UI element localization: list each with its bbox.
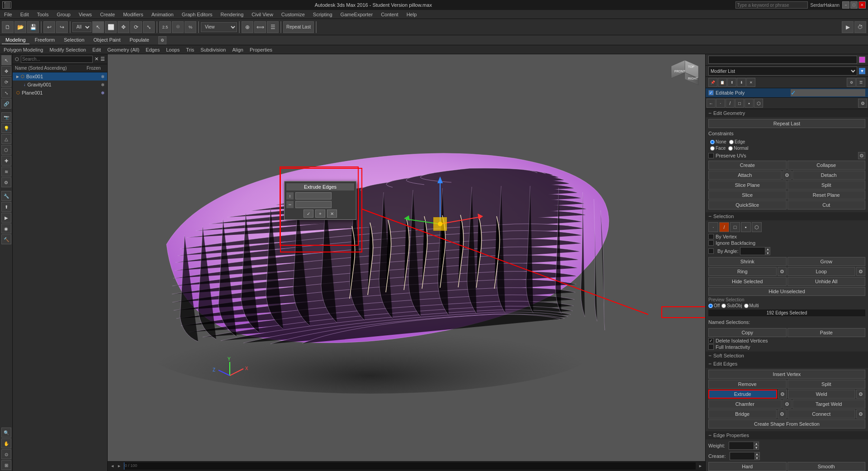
preview-subobj-radio[interactable]: SubObj: [721, 303, 742, 308]
edit-edges-header[interactable]: Edit Edges: [706, 360, 868, 368]
rp-nav-back[interactable]: ←: [707, 99, 716, 108]
menu-graph-editors[interactable]: Graph Editors: [180, 12, 214, 17]
object-name-input[interactable]: Box001: [708, 56, 857, 64]
sel-vertex-btn[interactable]: ·: [708, 222, 718, 232]
poly-tris[interactable]: Tris: [184, 47, 196, 52]
lp-display[interactable]: ◉: [1, 224, 11, 233]
collapse-btn[interactable]: Collapse: [787, 161, 866, 170]
hide-unselected-btn[interactable]: Hide Unselected: [708, 287, 865, 296]
tab-freeform[interactable]: Freeform: [31, 36, 59, 44]
menu-views[interactable]: Views: [77, 12, 94, 17]
scene-options[interactable]: ☰: [100, 56, 105, 62]
remove-btn[interactable]: Remove: [708, 380, 787, 389]
settings-btn[interactable]: ⚙: [158, 36, 166, 44]
lp-pan[interactable]: ✋: [1, 438, 11, 448]
menu-content[interactable]: Content: [379, 12, 400, 17]
undo-btn[interactable]: ↩: [43, 21, 55, 33]
redo-btn[interactable]: ↪: [56, 21, 68, 33]
save-btn[interactable]: 💾: [27, 21, 39, 33]
nav-cube-container[interactable]: TOP FRONT RIGHT: [669, 58, 701, 90]
new-btn[interactable]: 🗋: [2, 21, 14, 33]
chamfer-btn[interactable]: Chamfer: [708, 400, 782, 409]
lp-utilities[interactable]: 🔨: [1, 234, 11, 244]
tl-end[interactable]: ►: [697, 464, 703, 468]
close-scene-search[interactable]: ✕: [95, 56, 99, 62]
quickslice-btn[interactable]: QuickSlice: [708, 200, 787, 209]
detach-btn[interactable]: Detach: [792, 171, 866, 180]
create-sel-btn[interactable]: Repeat Last: [283, 21, 314, 33]
extrude-width-input[interactable]: 6.807cm: [295, 201, 332, 208]
insert-vertex-btn[interactable]: Insert Vertex: [708, 370, 865, 379]
sel-element-btn[interactable]: ⬡: [752, 222, 762, 232]
hide-selected-btn[interactable]: Hide Selected: [708, 277, 787, 286]
mirror-btn[interactable]: ⟺: [254, 21, 266, 33]
snap-percent-btn[interactable]: %: [185, 21, 196, 33]
menu-tools[interactable]: Tools: [35, 12, 51, 17]
copy-sel-btn[interactable]: Copy: [708, 328, 787, 337]
attach-settings[interactable]: ⚙: [783, 171, 792, 180]
full-interactivity-check[interactable]: Full Interactivity: [708, 344, 865, 350]
modifier-funnel[interactable]: ▼: [859, 68, 865, 74]
selection-filter[interactable]: All: [72, 22, 91, 32]
tab-object-paint[interactable]: Object Paint: [90, 36, 124, 44]
extrude-cancel-button[interactable]: ✕: [327, 209, 337, 218]
layer-btn[interactable]: ☰: [267, 21, 279, 33]
chamfer-settings[interactable]: ⚙: [783, 400, 792, 409]
lp-hierarchy[interactable]: ⬆: [1, 202, 11, 212]
tab-modeling[interactable]: Modeling: [2, 36, 29, 44]
weld-settings[interactable]: ⚙: [856, 390, 865, 399]
constraint-face-radio[interactable]: Face: [710, 146, 726, 151]
extrude-edge-btn[interactable]: Extrude: [708, 390, 777, 399]
select-btn[interactable]: ↖: [92, 21, 104, 33]
by-angle-down[interactable]: ▼: [765, 251, 770, 255]
modifier-list-dropdown[interactable]: Modifier List: [708, 67, 857, 76]
loop-settings[interactable]: ⚙: [856, 267, 865, 276]
menu-create[interactable]: Create: [98, 12, 117, 17]
menu-game-exporter[interactable]: GameExporter: [339, 12, 375, 17]
scale-btn[interactable]: ⤡: [143, 21, 155, 33]
scene-search[interactable]: [21, 56, 93, 63]
timeline-track[interactable]: 0 / 100: [124, 462, 696, 470]
tab-selection[interactable]: Selection: [60, 36, 88, 44]
ring-settings[interactable]: ⚙: [778, 267, 787, 276]
nav-cube[interactable]: TOP FRONT RIGHT: [669, 58, 701, 90]
lp-move[interactable]: ✥: [1, 66, 11, 76]
menu-animation[interactable]: Animation: [150, 12, 175, 17]
lp-space-warp[interactable]: ≋: [1, 167, 11, 176]
target-weld-btn[interactable]: Target Weld: [792, 400, 866, 409]
lp-helper[interactable]: ✚: [1, 156, 11, 166]
menu-scripting[interactable]: Scripting: [311, 12, 334, 17]
by-angle-up[interactable]: ▲: [765, 247, 770, 251]
lp-rotate[interactable]: ⟳: [1, 77, 11, 87]
poly-properties[interactable]: Properties: [248, 47, 274, 52]
timeline-prev[interactable]: ◄: [109, 464, 115, 468]
reset-plane-btn[interactable]: Reset Plane: [787, 190, 866, 200]
split-btn[interactable]: Split: [787, 181, 866, 190]
lp-maximize-vp[interactable]: ⊞: [1, 460, 11, 470]
slice-plane-btn[interactable]: Slice Plane: [708, 181, 787, 190]
soft-selection-header[interactable]: Soft Selection: [706, 352, 868, 360]
extrude-add-button[interactable]: +: [315, 209, 325, 218]
viewport[interactable]: [+] [Perspective] [Realistic + Edged Fac…: [108, 54, 705, 471]
close-button[interactable]: ✕: [859, 1, 866, 9]
align-btn[interactable]: ⊕: [242, 21, 253, 33]
delete-isolated-check[interactable]: Delete Isolated Vertices: [708, 338, 865, 343]
connect-settings[interactable]: ⚙: [856, 409, 865, 419]
selection-header[interactable]: Selection: [706, 212, 868, 220]
preserve-uvs-settings[interactable]: ⚙: [858, 152, 865, 159]
move-btn[interactable]: ✥: [118, 21, 129, 33]
poly-edges[interactable]: Edges: [144, 47, 161, 52]
scene-item-gravity001[interactable]: ↓ Gravity001 ❄: [13, 81, 107, 89]
weight-down[interactable]: ▼: [754, 446, 759, 450]
slice-btn[interactable]: Slice: [708, 190, 787, 200]
preserve-uvs-check[interactable]: Preserve UVs ⚙: [708, 152, 865, 159]
menu-file[interactable]: File: [2, 12, 14, 17]
edit-geometry-header[interactable]: Edit Geometry: [706, 109, 868, 117]
select-region-btn[interactable]: ⬜: [105, 21, 117, 33]
lp-light[interactable]: 💡: [1, 123, 11, 133]
rp-nav-border[interactable]: □: [735, 99, 744, 108]
poly-loops[interactable]: Loops: [164, 47, 181, 52]
menu-customize[interactable]: Customize: [280, 12, 307, 17]
create-btn[interactable]: Create: [708, 161, 787, 170]
lp-zoom[interactable]: 🔍: [1, 428, 11, 438]
